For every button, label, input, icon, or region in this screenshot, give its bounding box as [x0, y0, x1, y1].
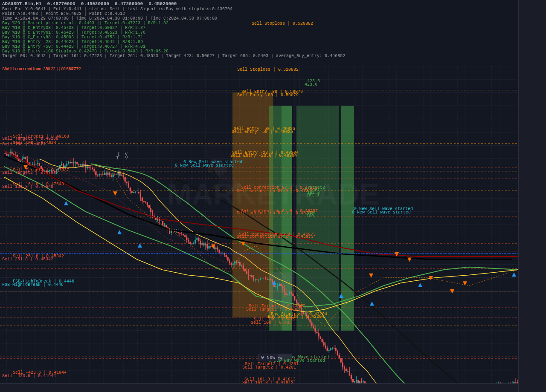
price-scale: [518, 0, 546, 392]
chart-container: [0, 0, 546, 392]
new-count-badge: 0 New: [258, 354, 278, 361]
chart-canvas: [0, 0, 546, 392]
time-scale: [0, 383, 518, 392]
